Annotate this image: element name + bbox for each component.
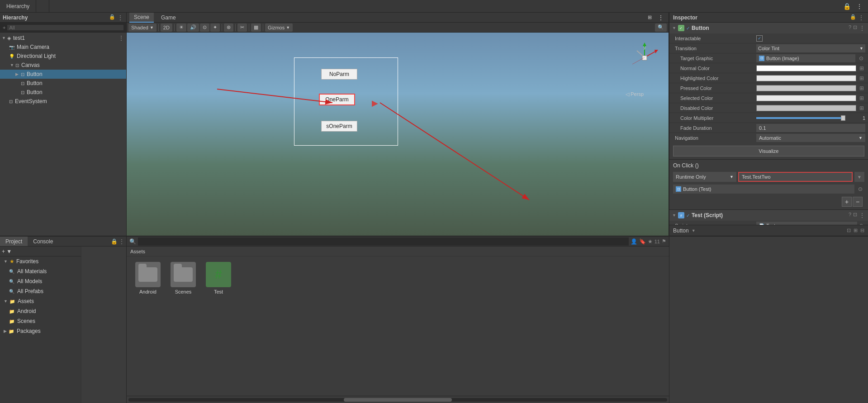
color-picker-icon[interactable]: ⊞ <box>858 104 865 112</box>
hierarchy-lock-icon[interactable]: 🔒 <box>109 14 115 21</box>
item-more-icon[interactable]: ⋮ <box>118 34 124 42</box>
edit-icon[interactable]: ⊡ <box>853 24 857 32</box>
function-field[interactable]: Test.TestTwo <box>738 172 853 182</box>
test-asset[interactable]: # Test <box>203 262 234 294</box>
hierarchy-item-light[interactable]: 💡 Directional Light <box>0 52 126 61</box>
scene-tab[interactable]: Scene <box>129 13 154 23</box>
target-graphic-obj-ref[interactable]: ⊡ Button (Image) <box>756 54 855 62</box>
slider-thumb[interactable] <box>841 115 845 121</box>
script-select-icon[interactable]: ⊙ <box>857 222 865 225</box>
lock-icon[interactable]: 🔒 <box>842 1 852 11</box>
remove-event-btn[interactable]: − <box>853 197 863 207</box>
sidebar-android[interactable]: 📁 Android <box>0 306 81 316</box>
scenes-asset[interactable]: Scenes <box>167 262 199 294</box>
android-asset[interactable]: Android <box>132 262 164 294</box>
maximize-icon[interactable]: ⊞ <box>645 13 655 23</box>
hidden-toggle[interactable]: ⊛ <box>224 24 233 32</box>
color-multiplier-slider[interactable] <box>756 117 845 119</box>
shading-dropdown[interactable]: Shaded ▼ <box>128 24 157 32</box>
fade-duration-text[interactable]: 0.1 <box>756 124 865 132</box>
sidebar-all-materials[interactable]: 🔍 All Materials <box>0 266 81 276</box>
star-icon[interactable]: ★ <box>648 238 653 245</box>
hierarchy-search-input[interactable] <box>7 25 123 30</box>
sidebar-packages[interactable]: ▶ 📁 Packages <box>0 326 81 336</box>
normal-color-bar[interactable] <box>756 65 856 71</box>
hierarchy-item-test1[interactable]: ▼ ◈ test1 ⋮ <box>0 33 126 43</box>
edit-icon[interactable]: ⊡ <box>853 212 857 219</box>
more-icon[interactable]: ⋮ <box>119 238 124 245</box>
more-btn[interactable]: ⋮ <box>859 24 865 32</box>
onclick-obj-field[interactable]: ⊡ Button (Test) <box>673 185 854 194</box>
project-tab[interactable]: Project <box>0 237 28 246</box>
target-select-icon[interactable]: ⊙ <box>857 54 865 62</box>
transition-dropdown[interactable]: Color Tint ▼ <box>756 44 865 52</box>
button-component-enabled-check[interactable]: ✓ <box>686 26 690 31</box>
color-picker-icon[interactable]: ⊞ <box>858 65 865 72</box>
visualize-button[interactable]: Visualize <box>673 146 864 156</box>
audio-toggle[interactable]: 🔊 <box>187 24 199 32</box>
pressed-color-bar[interactable] <box>756 85 856 91</box>
hierarchy-item-button-selected[interactable]: ▶ ⊡ Button <box>0 70 126 79</box>
oneparm-node[interactable]: OneParm <box>319 94 355 105</box>
color-picker-icon[interactable]: ⊞ <box>858 75 865 82</box>
fx-toggle[interactable]: ✦ <box>210 24 220 32</box>
color-picker-icon[interactable]: ⊞ <box>858 85 865 92</box>
hierarchy-more-icon[interactable]: ⋮ <box>117 14 123 21</box>
status-icon-1[interactable]: ⊡ <box>847 228 851 233</box>
test-script-header[interactable]: ▼ # ✓ Test (Script) ? ⊡ ⋮ <box>669 210 868 221</box>
help-icon[interactable]: ? <box>849 24 851 32</box>
2d-toggle[interactable]: 2D <box>161 24 172 32</box>
status-icon-3[interactable]: ⊟ <box>860 228 864 233</box>
scene-tools[interactable]: ✂ <box>237 24 247 32</box>
script-value[interactable]: 📄 Test <box>756 222 857 225</box>
bookmark-icon[interactable]: 🔖 <box>639 238 646 245</box>
color-picker-icon[interactable]: ⊞ <box>858 95 865 102</box>
hierarchy-item-button3[interactable]: ⊡ Button <box>0 88 126 97</box>
console-tab[interactable]: Console <box>28 237 58 246</box>
search-scene-icon[interactable]: 🔍 <box>655 24 667 32</box>
lock-icon[interactable]: 🔒 <box>111 238 118 245</box>
hierarchy-item-button2[interactable]: ⊡ Button <box>0 79 126 88</box>
light-toggle[interactable]: ☀ <box>176 24 186 32</box>
account-icon[interactable]: 👤 <box>631 238 637 245</box>
gizmos-dropdown[interactable]: Gizmos ▼ <box>265 24 293 32</box>
more-icon[interactable]: ⋮ <box>858 14 864 21</box>
more-icon[interactable]: ⋮ <box>854 1 864 11</box>
more-icon[interactable]: ⋮ <box>656 13 666 23</box>
noparm-node[interactable]: NoParm <box>321 69 357 80</box>
navigation-dropdown[interactable]: Automatic ▼ <box>756 134 865 142</box>
sidebar-scenes[interactable]: 📁 Scenes <box>0 316 81 326</box>
function-dropdown-btn[interactable]: ▼ <box>854 172 864 182</box>
sidebar-all-models[interactable]: 🔍 All Models <box>0 276 81 286</box>
hierarchy-item-canvas[interactable]: ▼ ⊡ Canvas <box>0 61 126 70</box>
obj-select-icon[interactable]: ⊙ <box>856 185 864 193</box>
sidebar-favorites[interactable]: ▼ ★ Favorites <box>0 256 81 266</box>
hierarchy-item-camera[interactable]: 📷 Main Camera <box>0 43 126 52</box>
sidebar-assets[interactable]: ▼ 📁 Assets <box>0 296 81 306</box>
sidebar-all-prefabs[interactable]: 🔍 All Prefabs <box>0 286 81 296</box>
scroll-track[interactable] <box>128 398 667 402</box>
disabled-color-bar[interactable] <box>756 105 856 111</box>
grid-toggle[interactable]: ▦ <box>251 24 261 32</box>
game-tab[interactable]: Game <box>157 13 180 23</box>
search-add-icon[interactable]: + <box>3 25 5 30</box>
scene-viewport[interactable]: NoParm OneParm sOneParm ◁ Persp <box>127 33 669 236</box>
interactable-checkbox[interactable]: ✓ <box>756 35 763 42</box>
status-icon-2[interactable]: ⊞ <box>854 228 858 233</box>
selected-color-bar[interactable] <box>756 95 856 101</box>
highlighted-color-bar[interactable] <box>756 75 856 81</box>
scroll-thumb[interactable] <box>344 398 451 402</box>
more-btn[interactable]: ⋮ <box>859 212 865 219</box>
help-icon[interactable]: ? <box>849 212 851 219</box>
add-icon[interactable]: + ▼ <box>2 248 12 255</box>
lock-icon[interactable]: 🔒 <box>850 14 856 21</box>
test-script-enabled-check[interactable]: ✓ <box>686 213 690 218</box>
status-dropdown-icon[interactable]: ▼ <box>692 228 696 233</box>
hierarchy-tab[interactable]: Hierarchy <box>0 0 36 12</box>
soneparm-node[interactable]: sOneParm <box>321 121 357 132</box>
runtime-only-dropdown[interactable]: Runtime Only ▼ <box>673 172 736 182</box>
add-event-btn[interactable]: + <box>842 197 852 207</box>
assets-search-input[interactable] <box>138 237 629 246</box>
hierarchy-item-eventsystem[interactable]: ⊡ EventSystem <box>0 97 126 106</box>
button-component-header[interactable]: ▼ ✓ ✓ Button ? ⊡ ⋮ <box>669 23 868 33</box>
